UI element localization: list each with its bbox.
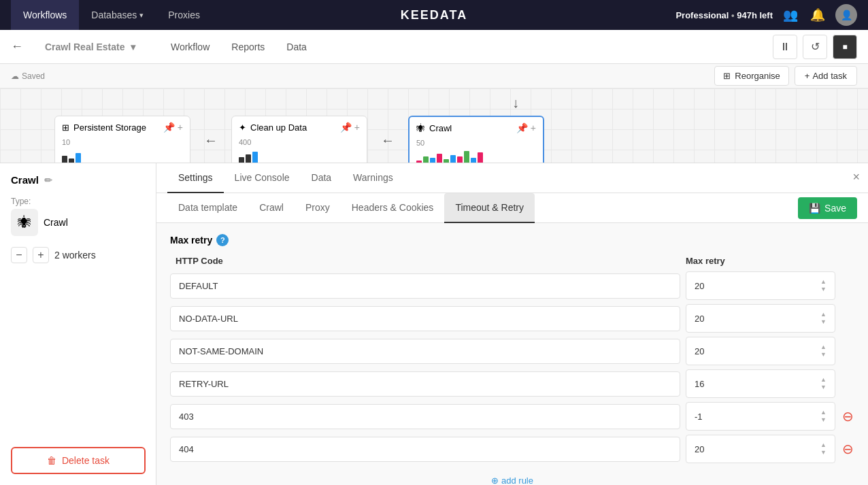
stop-button[interactable]: ■	[833, 35, 857, 59]
add-icon: +	[805, 71, 810, 81]
notification-icon[interactable]: 🔔	[808, 5, 827, 24]
spinner-up[interactable]: ▲	[820, 442, 827, 448]
spinner[interactable]: ▲ ▼	[820, 344, 827, 358]
status-bar-right: ⊞ Reorganise + Add task	[714, 66, 857, 86]
plus-icon[interactable]: +	[354, 122, 360, 133]
tab-warnings[interactable]: Warnings	[342, 163, 404, 193]
reorganise-button[interactable]: ⊞ Reorganise	[714, 66, 789, 86]
right-panel: × Settings Live Console Data Warnings Da…	[156, 163, 868, 485]
task-cleanup[interactable]: ✦ Clean up Data 📌 + 400	[231, 116, 367, 163]
http-code-cell: NO-DATA-URL	[170, 306, 680, 331]
pin-icon[interactable]: 📌	[163, 122, 175, 133]
pin-icon[interactable]: 📌	[516, 122, 528, 133]
spinner[interactable]: ▲ ▼	[820, 409, 827, 423]
max-retry-cell[interactable]: 20 ▲ ▼	[686, 304, 835, 333]
spinner-up[interactable]: ▲	[820, 409, 827, 416]
max-retry-cell[interactable]: 20 ▲ ▼	[686, 337, 835, 365]
pause-button[interactable]: ⏸	[773, 35, 797, 59]
subtab-crawl[interactable]: Crawl	[248, 193, 295, 223]
task-bar-chart	[416, 150, 536, 163]
spinner-down[interactable]: ▼	[820, 352, 827, 358]
workers-row: − + 2 workers	[11, 247, 145, 263]
spinner[interactable]: ▲ ▼	[820, 279, 827, 292]
spinner-down[interactable]: ▼	[820, 319, 827, 325]
save-button[interactable]: 💾 Save	[798, 197, 857, 219]
canvas-area: ↓ ⊞ Persistent Storage 📌 + 10 ← ✦ Clean …	[0, 88, 868, 163]
task-header: ✦ Clean up Data 📌 +	[239, 122, 360, 133]
spinner[interactable]: ▲ ▼	[820, 377, 827, 390]
add-rule-icon: ⊕	[491, 475, 499, 485]
table-row: 403 -1 ▲ ▼ ⊖	[170, 402, 854, 431]
nav-workflows[interactable]: Workflows	[11, 0, 79, 30]
close-button[interactable]: ×	[852, 170, 860, 184]
cleanup-icon: ✦	[239, 122, 246, 133]
plus-icon[interactable]: +	[531, 122, 536, 133]
spinner[interactable]: ▲ ▼	[820, 442, 827, 456]
sidebar-type-value: 🕷 Crawl	[11, 209, 145, 236]
increase-workers-button[interactable]: +	[33, 247, 49, 263]
max-retry-cell[interactable]: 20 ▲ ▼	[686, 271, 835, 300]
status-bar: ☁ Saved ⊞ Reorganise + Add task	[0, 64, 868, 88]
subtab-proxy[interactable]: Proxy	[295, 193, 341, 223]
crawl-type-icon: 🕷	[11, 209, 38, 236]
tab-data[interactable]: Data	[301, 163, 343, 193]
sidebar-type-label: Type:	[11, 197, 145, 206]
tab-data[interactable]: Data	[278, 37, 315, 56]
spinner-down[interactable]: ▼	[820, 450, 827, 456]
task-crawl[interactable]: 🕷 Crawl 📌 + 50	[408, 116, 544, 163]
task-persistent-storage[interactable]: ⊞ Persistent Storage 📌 + 10	[54, 116, 190, 163]
http-code-cell: 403	[170, 404, 680, 429]
decrease-workers-button[interactable]: −	[11, 247, 27, 263]
max-retry-cell[interactable]: -1 ▲ ▼	[686, 402, 835, 431]
crawl-card-icon: 🕷	[416, 123, 425, 133]
nav-proxies[interactable]: Proxies	[156, 0, 212, 30]
max-retry-cell[interactable]: 16 ▲ ▼	[686, 369, 835, 398]
project-title[interactable]: Crawl Real Estate ▾	[42, 41, 135, 53]
brand-logo: KEEDATA	[401, 8, 467, 22]
spinner-up[interactable]: ▲	[820, 279, 827, 285]
delete-task-button[interactable]: 🗑 Delete task	[11, 447, 146, 474]
spinner-down[interactable]: ▼	[820, 417, 827, 423]
save-icon: 💾	[809, 203, 820, 214]
pin-icon[interactable]: 📌	[340, 122, 352, 133]
trash-icon: 🗑	[47, 455, 56, 466]
edit-title-icon[interactable]: ✏	[44, 175, 52, 186]
add-rule-button[interactable]: ⊕ add rule	[170, 467, 854, 485]
subtab-data-template[interactable]: Data template	[167, 193, 248, 223]
spinner-up[interactable]: ▲	[820, 344, 827, 350]
team-icon[interactable]: 👥	[781, 5, 800, 24]
subtab-timeout-retry[interactable]: Timeout & Retry	[444, 193, 535, 223]
remove-row-button[interactable]: ⊖	[841, 409, 854, 423]
tab-settings[interactable]: Settings	[167, 163, 224, 193]
tab-reports[interactable]: Reports	[223, 37, 273, 56]
cloud-icon: ☁	[11, 71, 19, 81]
table-row: NO-DATA-URL 20 ▲ ▼ −	[170, 304, 854, 333]
refresh-button[interactable]: ↺	[803, 35, 827, 59]
tab-workflow[interactable]: Workflow	[163, 37, 218, 56]
spinner[interactable]: ▲ ▼	[820, 312, 827, 325]
tab-live-console[interactable]: Live Console	[224, 163, 301, 193]
subtab-headers-cookies[interactable]: Headers & Cookies	[341, 193, 445, 223]
top-nav-left: Workflows Databases ▾ Proxies	[11, 0, 212, 30]
main-area: Crawl ✏ Type: 🕷 Crawl − + 2 workers 🗑 De…	[0, 163, 868, 485]
spinner-down[interactable]: ▼	[820, 286, 827, 292]
table-row: DEFAULT 20 ▲ ▼ −	[170, 271, 854, 300]
spinner-up[interactable]: ▲	[820, 377, 827, 383]
plus-icon[interactable]: +	[178, 122, 183, 133]
remove-row-button[interactable]: ⊖	[841, 442, 854, 456]
help-icon[interactable]: ?	[216, 234, 229, 246]
left-arrow-connector-2: ←	[381, 133, 395, 148]
spinner-down[interactable]: ▼	[820, 384, 827, 390]
panel-content: Max retry ? HTTP Code Max retry DEFAULT …	[156, 223, 868, 485]
spinner-up[interactable]: ▲	[820, 312, 827, 318]
sub-tabs: Data template Crawl Proxy Headers & Cook…	[156, 193, 868, 223]
panel-tabs: Settings Live Console Data Warnings	[156, 163, 868, 193]
top-nav-right: Professional • 947h left 👥 🔔 👤	[675, 4, 857, 26]
user-avatar[interactable]: 👤	[835, 4, 857, 26]
max-retry-cell[interactable]: 20 ▲ ▼	[686, 435, 835, 463]
add-task-button[interactable]: + Add task	[795, 66, 857, 86]
table-header: HTTP Code Max retry	[170, 256, 854, 271]
back-button[interactable]: ←	[11, 39, 23, 54]
nav-databases[interactable]: Databases ▾	[79, 0, 156, 30]
workflow-controls: ⏸ ↺ ■	[773, 35, 857, 59]
